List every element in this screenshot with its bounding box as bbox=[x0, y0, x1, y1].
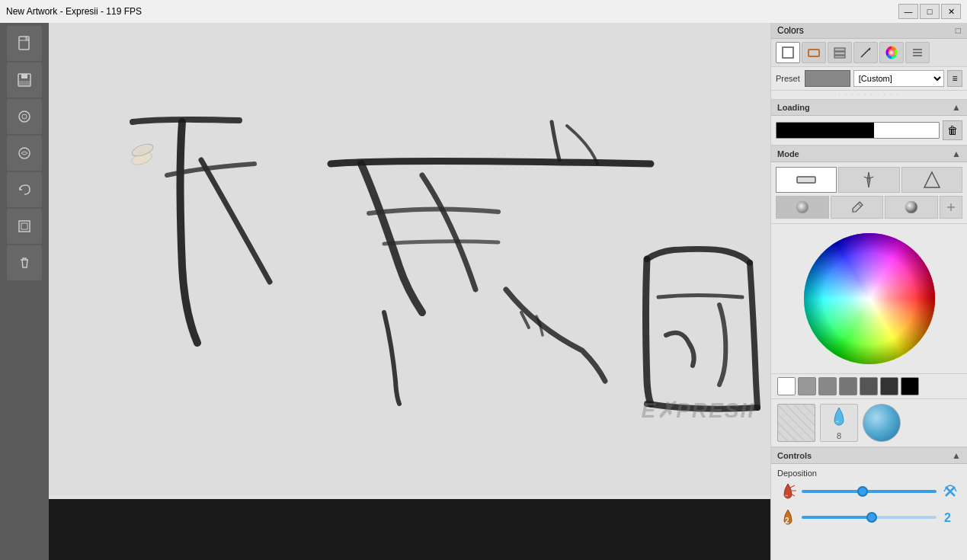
title-bar: New Artwork - Expresii - 119 FPS — □ ✕ bbox=[0, 0, 967, 23]
swatch-gray3[interactable] bbox=[839, 377, 857, 395]
swatch-gray4[interactable] bbox=[860, 377, 878, 395]
swatch-black[interactable] bbox=[901, 377, 919, 395]
mode-ball-button[interactable] bbox=[885, 196, 938, 219]
canvas-content[interactable]: E✗PRESII bbox=[49, 23, 770, 499]
svg-rect-12 bbox=[809, 50, 819, 56]
loading-section-header[interactable]: Loading ▲ bbox=[771, 99, 967, 116]
brush-texture-thumb[interactable] bbox=[777, 404, 815, 442]
layers-panel-button[interactable] bbox=[828, 42, 852, 63]
swatches-row bbox=[771, 374, 967, 399]
watermark: E✗PRESII bbox=[642, 398, 755, 423]
divider-dots: · · · · · · · · · · bbox=[771, 91, 967, 99]
new-file-button[interactable] bbox=[7, 26, 42, 61]
delete-button[interactable] bbox=[7, 245, 42, 280]
svg-point-18 bbox=[796, 201, 809, 213]
undo-button[interactable] bbox=[7, 172, 42, 207]
svg-rect-9 bbox=[49, 23, 770, 495]
deposition-icon-right bbox=[940, 481, 961, 502]
pen-panel-button[interactable] bbox=[853, 42, 878, 63]
menu-panel-button[interactable] bbox=[905, 42, 930, 63]
mode-flat-button[interactable] bbox=[776, 167, 837, 193]
swatch-white[interactable] bbox=[777, 377, 796, 395]
mode-extra-button[interactable] bbox=[940, 196, 962, 219]
deposition-icon-left bbox=[777, 481, 799, 502]
brush-square-panel-button[interactable] bbox=[802, 42, 826, 63]
minimize-button[interactable]: — bbox=[898, 4, 918, 19]
loading-delete-button[interactable]: 🗑 bbox=[943, 120, 962, 140]
brush-options-row: 8 bbox=[771, 399, 967, 447]
layer-button[interactable] bbox=[7, 209, 42, 244]
svg-rect-11 bbox=[783, 47, 793, 58]
mode-icons-row bbox=[776, 167, 962, 193]
tool-icons-row bbox=[771, 39, 967, 67]
water-drop-number: 8 bbox=[837, 431, 841, 440]
color-ball-button[interactable] bbox=[863, 404, 901, 442]
svg-point-19 bbox=[852, 210, 854, 213]
canvas-drawing bbox=[49, 23, 770, 495]
loading-collapse-arrow: ▲ bbox=[952, 102, 961, 113]
svg-rect-7 bbox=[19, 221, 30, 232]
control-row-2: 2 2 bbox=[777, 507, 961, 528]
window-controls: — □ ✕ bbox=[898, 4, 961, 19]
svg-rect-3 bbox=[19, 81, 30, 85]
control2-icon-right: 2 bbox=[940, 507, 961, 528]
deposition-slider-2[interactable] bbox=[802, 516, 937, 519]
deposition-label: Deposition bbox=[777, 469, 961, 478]
canvas-panel-button[interactable] bbox=[776, 42, 800, 63]
controls-title: Controls bbox=[777, 451, 812, 460]
controls-collapse-arrow: ▲ bbox=[952, 450, 961, 461]
preset-label: Preset bbox=[776, 74, 800, 83]
color-wheel[interactable] bbox=[801, 230, 938, 367]
colors-header: Colors □ bbox=[771, 23, 967, 39]
preset-row: Preset [Custom] ≡ bbox=[771, 67, 967, 91]
close-button[interactable]: ✕ bbox=[941, 4, 961, 19]
svg-rect-8 bbox=[21, 223, 27, 229]
mode-collapse-arrow: ▲ bbox=[952, 149, 961, 159]
svg-rect-14 bbox=[834, 52, 845, 55]
loading-title: Loading bbox=[777, 103, 810, 112]
preset-menu-button[interactable]: ≡ bbox=[947, 70, 962, 87]
svg-rect-13 bbox=[834, 48, 845, 51]
svg-point-20 bbox=[905, 201, 917, 213]
svg-rect-17 bbox=[797, 177, 815, 183]
maximize-button[interactable]: □ bbox=[920, 4, 940, 19]
swatch-gray2[interactable] bbox=[818, 377, 837, 395]
left-toolbar bbox=[0, 23, 49, 560]
svg-text:2: 2 bbox=[785, 517, 789, 525]
controls-section: Deposition bbox=[771, 464, 967, 537]
svg-point-4 bbox=[19, 111, 30, 122]
svg-point-5 bbox=[22, 114, 27, 119]
svg-text:2: 2 bbox=[944, 511, 951, 524]
deposition-slider-1[interactable] bbox=[802, 490, 937, 493]
mode-circle-button[interactable] bbox=[776, 196, 829, 219]
mode-triangle-button[interactable] bbox=[901, 167, 962, 193]
mode-calligraphy-button[interactable] bbox=[838, 167, 899, 193]
canvas-area[interactable]: E✗PRESII bbox=[49, 23, 770, 560]
color-wheel-panel-button[interactable] bbox=[879, 42, 904, 63]
preset-select[interactable]: [Custom] bbox=[853, 70, 944, 87]
canvas-bottom-bar bbox=[49, 499, 770, 560]
svg-point-6 bbox=[19, 148, 30, 158]
color-wheel-section[interactable] bbox=[771, 224, 967, 374]
svg-rect-2 bbox=[21, 74, 27, 78]
save-button[interactable] bbox=[7, 62, 42, 98]
loading-bar[interactable] bbox=[776, 122, 940, 139]
water-drop-icon bbox=[828, 405, 850, 430]
main-area: E✗PRESII Colors □ bbox=[0, 23, 967, 560]
mode-sub-row bbox=[776, 196, 962, 219]
swatch-gray1[interactable] bbox=[798, 377, 816, 395]
swatch-darkgray[interactable] bbox=[880, 377, 898, 395]
mode-section bbox=[771, 162, 967, 224]
window-title: New Artwork - Expresii - 119 FPS bbox=[6, 6, 142, 17]
control2-icon-left: 2 bbox=[777, 507, 799, 528]
mode-section-header[interactable]: Mode ▲ bbox=[771, 146, 967, 162]
control-row-1 bbox=[777, 481, 961, 502]
controls-section-header[interactable]: Controls ▲ bbox=[771, 447, 967, 464]
mode-eyedropper-button[interactable] bbox=[831, 196, 884, 219]
colors-menu-button[interactable]: □ bbox=[956, 25, 961, 36]
water-drop-button[interactable]: 8 bbox=[820, 404, 858, 442]
mode-title: Mode bbox=[777, 149, 799, 158]
brush-tool-button[interactable] bbox=[7, 99, 42, 134]
loading-section: 🗑 bbox=[771, 116, 967, 146]
edit-button[interactable] bbox=[7, 136, 42, 171]
